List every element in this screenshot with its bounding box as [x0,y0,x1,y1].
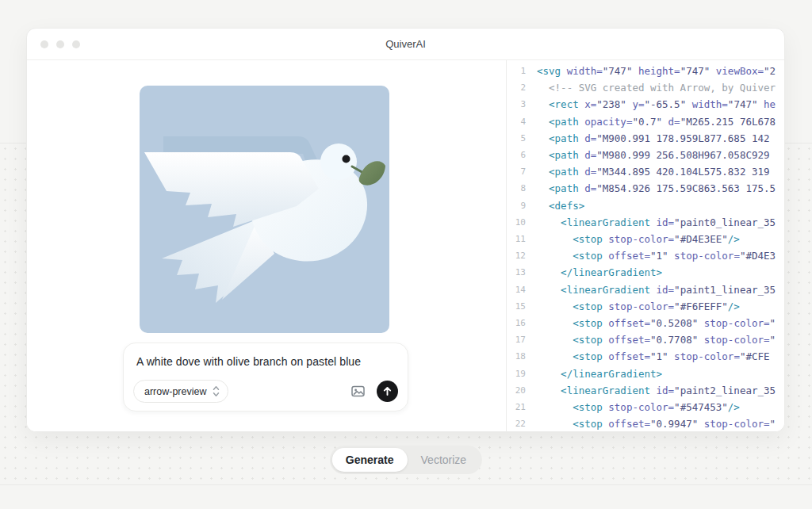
code-text: <defs> [526,197,584,214]
window-close-button[interactable] [40,40,48,48]
window-minimize-button[interactable] [56,40,64,48]
code-text: <stop offset="1" stop-color="#D4E3 [526,247,776,264]
code-text: <rect x="238" y="-65.5" width="747" he [526,96,776,113]
line-number: 6 [507,147,526,163]
line-number: 17 [507,331,526,348]
code-line: 11 <stop stop-color="#D4E3EE"/> [507,231,784,247]
code-text: <stop offset="1" stop-color="#CFE [526,348,770,365]
line-number: 5 [507,130,526,147]
code-line: 17 <stop offset="0.7708" stop-color=" [507,331,784,348]
line-number: 21 [507,399,526,415]
model-select-value: arrow-preview [144,386,207,397]
code-line: 19 </linearGradient> [507,365,784,382]
mode-switcher: Generate Vectorize [330,446,482,474]
code-text: <stop stop-color="#547453"/> [526,399,740,415]
line-number: 20 [507,382,526,399]
code-line: 8 <path d="M854.926 175.59C863.563 175.5 [507,180,784,197]
line-number: 13 [507,264,526,281]
main-content: A white dove with olive branch on pastel… [27,60,784,431]
dove-illustration [140,86,389,333]
tab-generate[interactable]: Generate [332,448,408,472]
code-line: 13 </linearGradient> [507,264,784,281]
code-text: <linearGradient id="paint0_linear_35 [526,214,776,231]
code-text: <stop offset="0.7708" stop-color=" [526,331,776,348]
title-bar: QuiverAI [27,29,784,60]
svg-code-editor[interactable]: 1<svg width="747" height="747" viewBox="… [506,60,784,431]
generated-image-dove [140,86,389,333]
code-text: <stop offset="0.9947" stop-color=" [526,415,776,431]
code-line: 20 <linearGradient id="paint2_linear_35 [507,382,784,399]
olive-leaf [359,161,385,185]
code-text: <svg width="747" height="747" viewBox="2 [526,63,776,79]
line-number: 12 [507,247,526,264]
image-icon [350,383,366,400]
line-number: 11 [507,231,526,247]
app-title: QuiverAI [27,38,784,50]
code-line: 22 <stop offset="0.9947" stop-color=" [507,415,784,431]
code-line: 12 <stop offset="1" stop-color="#D4E3 [507,247,784,264]
preview-pane: A white dove with olive branch on pastel… [27,60,506,431]
code-line: 18 <stop offset="1" stop-color="#CFE [507,348,784,365]
code-text: <path opacity="0.7" d="M265.215 76L678 [526,113,776,130]
code-line: 3 <rect x="238" y="-65.5" width="747" he [507,96,784,113]
code-text: <path d="M344.895 420.104L575.832 319 [526,163,770,180]
code-text: </linearGradient> [526,264,662,281]
code-line: 5 <path d="M900.991 178.959L877.685 142 [507,130,784,147]
code-text: </linearGradient> [526,365,662,382]
code-text: <path d="M854.926 175.59C863.563 175.5 [526,180,776,197]
code-line: 1<svg width="747" height="747" viewBox="… [507,63,784,79]
attach-image-button[interactable] [350,383,366,400]
code-text: <path d="M980.999 256.508H967.058C929 [526,147,770,163]
code-line: 6 <path d="M980.999 256.508H967.058C929 [507,147,784,163]
dove-head [320,144,357,180]
line-number: 19 [507,365,526,382]
line-number: 2 [507,79,526,96]
window-zoom-button[interactable] [72,40,80,48]
code-text: <linearGradient id="paint1_linear_35 [526,281,776,298]
code-line: 9 <defs> [507,197,784,214]
line-number: 22 [507,415,526,431]
prompt-input[interactable]: A white dove with olive branch on pastel… [136,355,395,368]
code-line: 21 <stop stop-color="#547453"/> [507,399,784,415]
line-number: 14 [507,281,526,298]
window-controls [27,40,80,48]
app-window: QuiverAI [26,28,785,432]
code-line: 16 <stop offset="0.5208" stop-color=" [507,315,784,331]
code-text: <stop stop-color="#F6FEFF"/> [526,298,740,315]
code-line: 4 <path opacity="0.7" d="M265.215 76L678 [507,113,784,130]
code-text: <!-- SVG created with Arrow, by Quiver [526,79,776,96]
chevron-up-down-icon [213,385,220,397]
line-number: 3 [507,96,526,113]
code-line: 7 <path d="M344.895 420.104L575.832 319 [507,163,784,180]
code-line: 15 <stop stop-color="#F6FEFF"/> [507,298,784,315]
code-text: <path d="M900.991 178.959L877.685 142 [526,130,770,147]
line-number: 16 [507,315,526,331]
submit-prompt-button[interactable] [377,381,398,402]
line-number: 8 [507,180,526,197]
line-number: 7 [507,163,526,180]
line-number: 4 [507,113,526,130]
prompt-card: A white dove with olive branch on pastel… [123,343,408,411]
arrow-up-icon [382,386,393,396]
line-number: 10 [507,214,526,231]
dove-eye [343,155,350,163]
line-number: 18 [507,348,526,365]
code-text: <linearGradient id="paint2_linear_35 [526,382,776,399]
code-line: 14 <linearGradient id="paint1_linear_35 [507,281,784,298]
line-number: 9 [507,197,526,214]
model-select[interactable]: arrow-preview [133,380,228,403]
code-text: <stop stop-color="#D4E3EE"/> [526,231,740,247]
tab-vectorize[interactable]: Vectorize [408,448,481,472]
code-text: <stop offset="0.5208" stop-color=" [526,315,776,331]
code-line: 2 <!-- SVG created with Arrow, by Quiver [507,79,784,96]
line-number: 1 [507,63,526,79]
line-number: 15 [507,298,526,315]
prompt-toolbar: arrow-preview [133,380,398,403]
code-line: 10 <linearGradient id="paint0_linear_35 [507,214,784,231]
